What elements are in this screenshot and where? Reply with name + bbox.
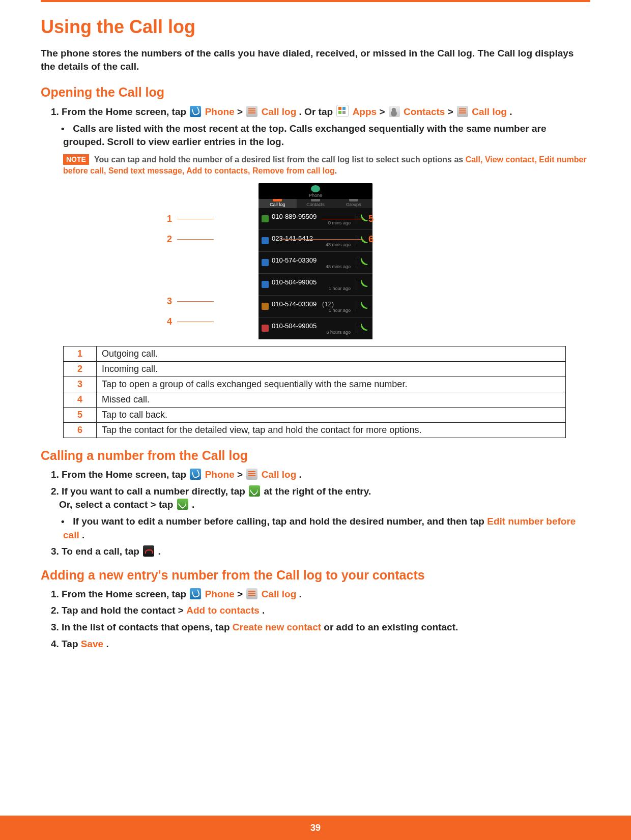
table-row: 5Tap to call back.	[64, 408, 566, 423]
legend-desc: Outgoing call.	[97, 346, 566, 362]
callout-line	[281, 239, 363, 240]
legend-desc: Missed call.	[97, 392, 566, 408]
callout-5: 5	[322, 214, 374, 224]
tab-phone: Phone	[259, 183, 372, 199]
add-to-label: Add to contacts	[186, 605, 260, 616]
phone-icon	[190, 588, 201, 599]
text: 4. Tap	[51, 639, 81, 649]
text: Calls are listed with the most recent at…	[63, 123, 546, 148]
missed-icon	[262, 325, 269, 332]
entry-main: 010-574-03309 (12) 1 hour ago	[272, 300, 354, 313]
legend-table: 1Outgoing call. 2Incoming call. 3Tap to …	[63, 346, 566, 438]
tab-bar: Phone Call log Contacts Groups	[259, 192, 372, 208]
save-label: Save	[81, 639, 103, 649]
incoming-icon	[262, 237, 269, 244]
callout-num: 3	[167, 296, 172, 307]
apps-icon	[336, 105, 349, 117]
manual-page: Using the Call log The phone stores the …	[0, 0, 631, 840]
legend-desc: Tap the contact for the detailed view, t…	[97, 423, 566, 438]
table-row: 4Missed call.	[64, 392, 566, 408]
phone-icon	[190, 469, 201, 480]
calllog-icon	[246, 588, 257, 599]
text: 1. From the Home screen, tap	[51, 469, 189, 480]
callout-num: 2	[167, 234, 172, 245]
callout-3: 3	[167, 296, 214, 307]
note-period: .	[335, 166, 337, 175]
call-back-icon	[356, 279, 370, 289]
phone-icon	[190, 106, 201, 117]
table-row: 3Tap to open a group of calls exchanged …	[64, 377, 566, 392]
text: . Or tap	[299, 106, 336, 117]
calllog-icon	[246, 106, 257, 117]
entry-time: 1 hour ago	[272, 286, 354, 291]
entry-time: 1 hour ago	[272, 308, 354, 313]
table-row: 2Incoming call.	[64, 362, 566, 377]
gt: >	[237, 589, 245, 599]
num: 010-574-03309	[272, 300, 317, 308]
phone-label: Phone	[205, 106, 235, 117]
note-badge: NOTE	[63, 154, 89, 165]
entry-number: 010-504-99005	[272, 278, 354, 286]
call-entry: 010-574-03309 (12) 1 hour ago	[259, 296, 372, 317]
callout-line	[177, 301, 214, 302]
period: .	[299, 469, 302, 480]
call-entry: 010-504-99005 1 hour ago	[259, 274, 372, 296]
text: 2. Tap and hold the contact >	[51, 605, 186, 616]
note-text: You can tap and hold the number of a des…	[94, 155, 466, 164]
call-entries: 010-889-95509 0 mins ago 023-141-5412 48…	[259, 208, 372, 339]
calllog-icon-2	[457, 106, 468, 117]
end-call-icon	[143, 545, 154, 557]
gt: >	[237, 469, 245, 480]
page-footer: 39	[0, 816, 631, 840]
callout-num: 5	[368, 214, 374, 224]
note: NOTE You can tap and hold the number of …	[63, 154, 590, 176]
contacts-icon	[389, 106, 400, 117]
table-row: 1Outgoing call.	[64, 346, 566, 362]
gt: >	[237, 106, 245, 117]
call-entry: 010-504-99005 6 hours ago	[259, 317, 372, 339]
entry-number: 010-504-99005	[272, 322, 354, 330]
text: .	[158, 546, 160, 557]
page-title: Using the Call log	[41, 16, 590, 38]
screenshot-figure: ↺ ψ ⇵ 3G ▮▮▮ ◧ 3:22 PM Phone Call log Co…	[41, 183, 590, 341]
text: at the right of the entry.	[264, 486, 371, 497]
legend-desc: Tap to open a group of calls exchanged s…	[97, 377, 566, 392]
contacts-label: Contacts	[404, 106, 445, 117]
apps-label: Apps	[353, 106, 377, 117]
text: 2. If you want to call a number directly…	[51, 486, 248, 497]
legend-num: 2	[64, 362, 97, 377]
dial-icon	[249, 485, 260, 497]
legend-num: 6	[64, 423, 97, 438]
entry-main: 010-504-99005 6 hours ago	[272, 322, 354, 335]
calllog-label: Call log	[262, 589, 297, 599]
adding-step-1: 1. From the Home screen, tap Phone > Cal…	[51, 588, 590, 601]
calllog-label: Call log	[262, 469, 297, 480]
callout-2: 2	[167, 234, 214, 245]
intro-text: The phone stores the numbers of the call…	[41, 47, 590, 73]
calllog-label-2: Call log	[472, 106, 507, 117]
dial-icon	[177, 499, 188, 510]
call-entry: 010-574-03309 48 mins ago	[259, 252, 372, 274]
entry-time: 6 hours ago	[272, 330, 354, 335]
entry-main: 010-504-99005 1 hour ago	[272, 278, 354, 291]
call-back-icon	[356, 301, 370, 311]
period: .	[262, 605, 265, 616]
calling-step-3: 3. To end a call, tap .	[51, 545, 590, 559]
calling-step-2: 2. If you want to call a number directly…	[51, 485, 590, 512]
create-label: Create new contact	[233, 622, 321, 632]
adding-step-2: 2. Tap and hold the contact > Add to con…	[51, 604, 590, 618]
call-back-icon	[356, 323, 370, 333]
entry-time: 48 mins ago	[272, 264, 354, 269]
calling-step-1: 1. From the Home screen, tap Phone > Cal…	[51, 468, 590, 482]
text: or add to an existing contact.	[324, 622, 458, 632]
calllog-label: Call log	[262, 106, 297, 117]
incoming-icon	[262, 281, 269, 288]
legend-num: 1	[64, 346, 97, 362]
callout-num: 6	[368, 234, 374, 245]
callout-4: 4	[167, 316, 214, 327]
tab-label: Phone	[309, 193, 322, 198]
entry-number: 010-574-03309	[272, 256, 354, 264]
incoming-icon	[262, 259, 269, 266]
period: .	[192, 499, 194, 510]
callout-num: 4	[167, 316, 172, 327]
